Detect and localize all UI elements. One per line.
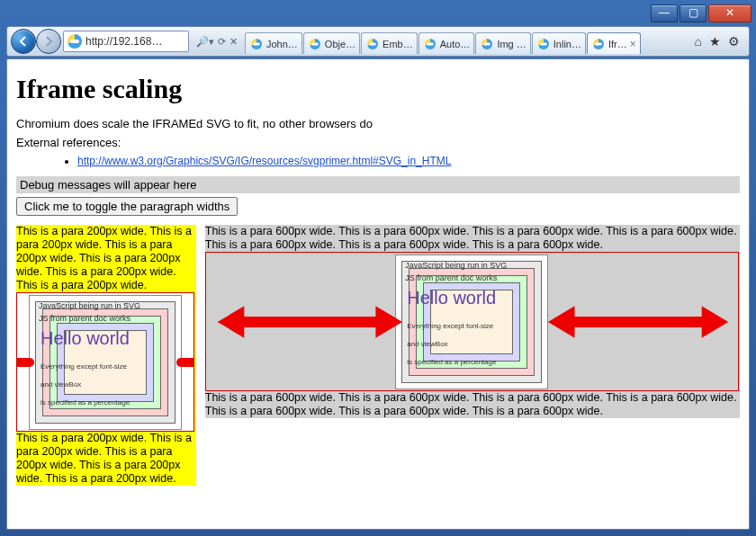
debug-bar: Debug messages will appear here [16, 176, 740, 193]
svg-marker-7 [701, 306, 728, 338]
toggle-width-button[interactable]: Click me to toggle the paragraph widths [16, 197, 238, 216]
intro-text: Chromium does scale the IFRAMEd SVG to f… [16, 117, 740, 130]
column-200: This is a para 200px wide. This is a par… [16, 225, 196, 486]
tab-auto[interactable]: Auto… [418, 32, 475, 54]
search-dropdown-icon[interactable]: 🔎▾ [196, 36, 214, 48]
address-bar[interactable]: http://192.168… [63, 31, 189, 52]
column-600: This is a para 600px wide. This is a par… [205, 225, 740, 418]
favorites-icon[interactable]: ★ [709, 34, 721, 49]
stop-icon[interactable]: ✕ [230, 36, 238, 48]
svg-line4: and viewBox [407, 340, 447, 348]
iframe-600: JavaScript being run in SVG JS from pare… [205, 252, 739, 391]
ie-icon [482, 39, 492, 49]
tab-label: John… [266, 39, 298, 49]
svg-line2: JS from parent doc works [405, 273, 497, 282]
tab-inlin[interactable]: Inlin… [532, 32, 586, 54]
ie-icon [251, 39, 262, 49]
arrow-left-icon [17, 35, 30, 48]
tab-label: Img … [497, 39, 526, 49]
svg-line1: JavaScript being run in SVG [405, 261, 507, 270]
svg-box: JavaScript being run in SVG JS from pare… [29, 295, 182, 430]
ie-icon [367, 39, 378, 49]
forward-button[interactable] [36, 29, 61, 54]
home-icon[interactable]: ⌂ [695, 34, 702, 49]
tools-icon[interactable]: ⚙ [728, 34, 740, 49]
tab-label: Inlin… [554, 39, 581, 49]
para-600-bottom: This is a para 600px wide. This is a par… [205, 391, 740, 418]
tab-label: Obje… [325, 39, 356, 49]
ie-icon [68, 34, 82, 49]
svg-line2: JS from parent doc works [39, 314, 130, 323]
tab-ifr[interactable]: Ifr…× [587, 32, 641, 54]
svg-line1: JavaScript being run in SVG [39, 301, 140, 310]
svg-line3: Everything except font-size [407, 322, 493, 330]
svg-hello: Hello world [407, 288, 496, 308]
titlebar: — ▢ ✕ [1, 1, 755, 26]
tab-img[interactable]: Img … [475, 32, 530, 54]
svg-line5: is specified as a percentage [40, 398, 130, 406]
columns: This is a para 200px wide. This is a par… [16, 225, 740, 486]
tab-obje[interactable]: Obje… [303, 32, 360, 54]
tab-close-icon[interactable]: × [630, 38, 636, 50]
page: Iframe scaling Chromium does scale the I… [7, 59, 749, 500]
ie-icon [310, 39, 320, 49]
para-200-bottom: This is a para 200px wide. This is a par… [16, 432, 196, 486]
svg-line5: is specified as a percentage [407, 358, 496, 366]
content-frame[interactable]: Iframe scaling Chromium does scale the I… [6, 58, 750, 530]
svg-line3: Everything except font-size [40, 362, 127, 371]
tab-label: Auto… [440, 39, 471, 49]
svg-marker-6 [548, 306, 575, 338]
svg-marker-3 [217, 306, 244, 338]
address-tools: 🔎▾ ⟳ ✕ [191, 36, 243, 48]
arrow-right-icon [42, 35, 55, 48]
tab-emb[interactable]: Emb… [361, 32, 418, 54]
tab-john[interactable]: John… [245, 32, 302, 54]
ie-icon [593, 39, 604, 49]
ext-ref-label: External references: [16, 136, 740, 149]
refresh-icon[interactable]: ⟳ [218, 36, 226, 48]
tab-label: Ifr… [608, 39, 627, 49]
ie-icon [538, 39, 549, 49]
ext-ref-link[interactable]: http://www.w3.org/Graphics/SVG/IG/resour… [77, 155, 451, 167]
close-button[interactable]: ✕ [708, 4, 752, 22]
iframe-200: JavaScript being run in SVG JS from pare… [16, 292, 194, 432]
para-600-top: This is a para 600px wide. This is a par… [205, 225, 740, 252]
navbar: http://192.168… 🔎▾ ⟳ ✕ John… Obje… Emb… … [6, 26, 750, 57]
tab-label: Emb… [382, 39, 413, 49]
ie-icon [425, 39, 436, 49]
minimize-button[interactable]: — [651, 4, 678, 22]
svg-line4: and viewBox [40, 380, 81, 389]
svg-box: JavaScript being run in SVG JS from pare… [395, 255, 548, 389]
svg-hello: Hello world [40, 328, 130, 349]
para-200-top: This is a para 200px wide. This is a par… [16, 225, 196, 292]
url-text: http://192.168… [86, 35, 162, 48]
maximize-button[interactable]: ▢ [680, 4, 706, 22]
window-frame: — ▢ ✕ http://192.168… 🔎▾ ⟳ ✕ John… Obje…… [0, 0, 756, 536]
back-button[interactable] [11, 29, 36, 54]
tabstrip: John… Obje… Emb… Auto… Img … Inlin… Ifr…… [245, 29, 688, 54]
page-title: Iframe scaling [16, 74, 740, 104]
